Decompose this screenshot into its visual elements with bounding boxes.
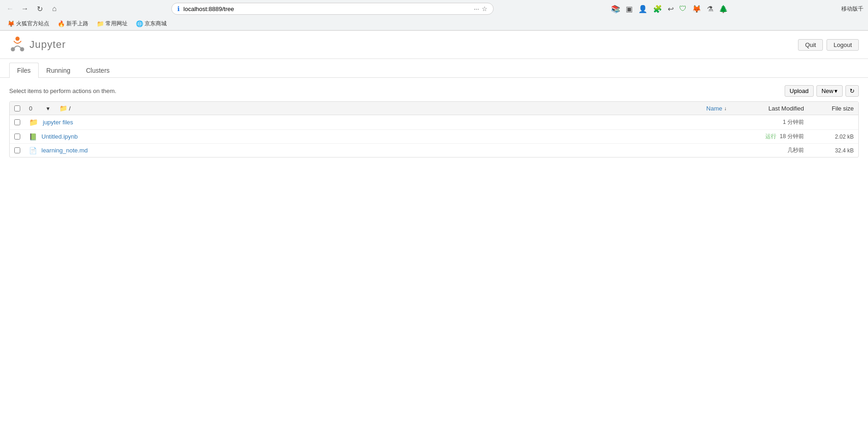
header-buttons: Quit Logout [798,39,859,51]
row0-name-cell: 📁 jupyter files [29,118,727,127]
bookmark-xinshang-label: 新手上路 [66,20,88,28]
modified-header-label: Last Modified [769,105,804,112]
main-page: Jupyter Quit Logout Files Running Cluste… [0,31,868,443]
file-browser: Select items to perform actions on them.… [0,78,868,165]
bookmark-huhu-label: 火狐官方站点 [16,20,49,28]
toolbar-right: Upload New ▾ ↻ [785,85,859,97]
new-dropdown-arrow: ▾ [834,87,838,94]
row2-name-cell: 📄 learning_note.md [29,147,727,154]
file-name-link-1[interactable]: Untitled.ipynb [41,133,78,140]
breadcrumb-slash: / [69,105,71,112]
fox-icon[interactable]: 🦊 [690,4,703,14]
markdown-icon: 📄 [29,147,37,154]
svg-point-0 [16,37,20,41]
bookmark-changyong-label: 常用网址 [105,20,128,28]
row2-checkbox[interactable] [14,147,25,153]
refresh-button[interactable]: ↻ [845,85,859,97]
tab-running[interactable]: Running [39,63,78,78]
file-table-header-row: 0 ▾ 📁 / Name ↓ Last Modified File size [10,102,858,115]
name-sort-button[interactable]: Name [706,105,722,112]
nav-tabs: Files Running Clusters [0,63,868,78]
table-row: 📄 learning_note.md 几秒前 32.4 kB [10,144,858,157]
info-icon: ℹ [177,5,180,12]
home-button[interactable]: ⌂ [49,3,60,14]
row1-check[interactable] [14,134,20,140]
row0-checkbox[interactable] [14,119,25,125]
jupyter-logo: Jupyter [9,36,66,53]
more-icon[interactable]: ··· [474,5,479,12]
header-dropdown[interactable]: ▾ [47,105,56,112]
header-path: 📁 / [59,105,703,112]
row1-checkbox[interactable] [14,134,25,140]
bookmark-jingdong-label: 京东商城 [145,20,167,28]
header-count: 0 [29,105,43,112]
filter-icon[interactable]: ⚗ [705,4,715,14]
forward-button[interactable]: → [19,3,30,14]
bookmark-jingdong-icon: 🌐 [136,20,143,27]
tab-clusters[interactable]: Clusters [78,63,117,78]
row1-name-cell: 📗 Untitled.ipynb [29,133,727,140]
address-bar: ℹ ··· ☆ [171,3,494,15]
more-tools-icon[interactable]: 🌲 [717,4,730,14]
bookmarks-bar: 🦊 火狐官方站点 🔥 新手上路 📁 常用网址 🌐 京东商城 [0,17,868,30]
bookmark-xinshang[interactable]: 🔥 新手上路 [55,19,91,29]
row2-modified: 几秒前 [730,146,804,154]
tab-files[interactable]: Files [9,63,39,78]
jupyter-header: Jupyter Quit Logout [0,31,868,59]
select-message: Select items to perform actions on them. [9,87,117,94]
tabs-icon[interactable]: ▣ [624,4,635,14]
profile-icon[interactable]: 👤 [636,4,649,14]
name-sort-arrow: ↓ [724,105,727,111]
file-name-link-2[interactable]: learning_note.md [41,147,87,154]
row1-modified: 运行 18 分钟前 [730,133,804,140]
file-table: 0 ▾ 📁 / Name ↓ Last Modified File size [9,101,859,157]
quit-button[interactable]: Quit [798,39,823,51]
jupyter-logo-text: Jupyter [29,39,66,51]
browser-right-icons: 📚 ▣ 👤 🧩 ↩ 🛡 🦊 ⚗ 🌲 [609,4,730,14]
row0-modified: 1 分钟前 [730,118,804,126]
row1-size: 2.02 kB [808,134,854,140]
table-row: 📁 jupyter files 1 分钟前 [10,115,858,130]
browser-chrome: ← → ↻ ⌂ ℹ ··· ☆ 📚 ▣ 👤 🧩 ↩ 🛡 🦊 ⚗ 🌲 移动版千 [0,0,868,31]
bookmark-changyong-icon: 📁 [97,20,104,27]
logout-button[interactable]: Logout [827,39,859,51]
row0-check[interactable] [14,119,20,125]
new-button[interactable]: New ▾ [816,85,843,97]
library-icon[interactable]: 📚 [609,4,622,14]
extensions-icon[interactable]: 🧩 [651,4,664,14]
bookmark-jingdong[interactable]: 🌐 京东商城 [133,19,169,29]
file-browser-header: Select items to perform actions on them.… [9,85,859,97]
upload-button[interactable]: Upload [785,85,814,97]
file-name-link-0[interactable]: jupyter files [43,119,73,126]
header-modified-col: Last Modified [730,105,804,112]
header-size-col: File size [808,105,854,112]
reload-button[interactable]: ↻ [34,3,45,14]
table-row: 📗 Untitled.ipynb 运行 18 分钟前 2.02 kB [10,130,858,144]
folder-icon: 📁 [29,118,38,127]
bookmark-xinshang-icon: 🔥 [58,20,65,27]
row2-check[interactable] [14,147,20,153]
address-bar-right: ··· ☆ [474,5,488,12]
bookmark-star-icon[interactable]: ☆ [482,5,488,12]
history-icon[interactable]: ↩ [666,4,676,14]
mobile-label: 移动版千 [841,5,863,13]
browser-toolbar: ← → ↻ ⌂ ℹ ··· ☆ 📚 ▣ 👤 🧩 ↩ 🛡 🦊 ⚗ 🌲 移动版千 [0,0,868,17]
header-checkbox[interactable] [14,105,25,111]
back-button[interactable]: ← [5,3,16,14]
running-status-badge: 运行 [765,133,776,140]
jupyter-logo-svg [9,36,26,53]
row2-size: 32.4 kB [808,147,854,154]
bookmark-changyong[interactable]: 📁 常用网址 [94,19,130,29]
bookmark-huhu-icon: 🦊 [7,20,15,27]
notebook-icon: 📗 [29,133,37,140]
bookmark-huhu[interactable]: 🦊 火狐官方站点 [5,19,52,29]
folder-breadcrumb-icon: 📁 [59,105,67,112]
shield-icon[interactable]: 🛡 [677,4,688,14]
new-label: New [821,87,833,94]
url-input[interactable] [183,6,470,12]
size-header-label: File size [832,105,854,112]
select-all-checkbox[interactable] [14,105,20,111]
header-name-col: Name ↓ [706,105,727,112]
row1-modified-time: 18 分钟前 [780,133,804,140]
header-dropdown-arrow: ▾ [47,105,50,112]
